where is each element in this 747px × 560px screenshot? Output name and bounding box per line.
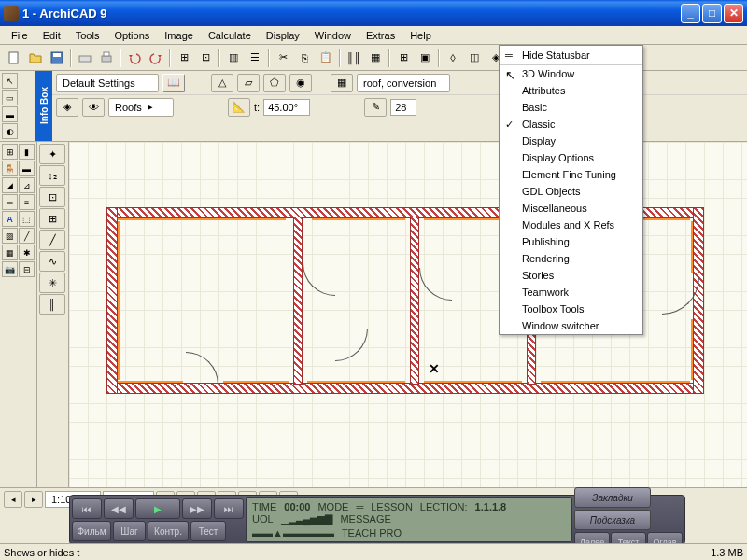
player-bookmarks-button[interactable]: Закладки (574, 487, 651, 508)
layers-icon[interactable]: ▥ (223, 48, 244, 68)
geom3-icon[interactable]: ⬠ (263, 74, 286, 92)
ctx-hide-statusbar[interactable]: Hide Statusbar (500, 46, 642, 65)
ctx-modules-xrefs[interactable]: Modules and X Refs (500, 217, 642, 233)
undo-icon[interactable] (124, 48, 145, 68)
player-play-button[interactable]: ▶ (135, 498, 180, 519)
canvas[interactable]: ✕ (69, 142, 747, 487)
marquee-tool-icon[interactable]: ▭ (2, 90, 18, 105)
ctx-rendering[interactable]: Rendering (500, 250, 642, 267)
settings-icon[interactable]: 📖 (162, 74, 185, 92)
ctx-publishing[interactable]: Publishing (500, 233, 642, 250)
menu-image[interactable]: Image (157, 28, 201, 43)
text-tool-icon[interactable]: A (2, 211, 18, 227)
nav2-icon[interactable]: ▸ (24, 491, 43, 508)
menu-edit[interactable]: Edit (35, 28, 68, 43)
fill-icon[interactable]: ▦ (365, 48, 386, 68)
open-icon[interactable] (25, 48, 46, 68)
ctx-basic[interactable]: Basic (500, 99, 642, 116)
layer-icon[interactable]: ◈ (56, 98, 78, 117)
menu-file[interactable]: File (4, 28, 35, 43)
element-select[interactable]: roof, conversion (357, 74, 450, 92)
t-field[interactable]: 45.00° (263, 99, 310, 116)
ctx-element-fine-tuning[interactable]: Element Fine Tuning (500, 166, 642, 183)
ctx-toolbox-tools[interactable]: Toolbox Tools (500, 301, 642, 317)
grid-icon[interactable]: ⊞ (393, 48, 414, 68)
geom4-icon[interactable]: ◉ (289, 74, 312, 92)
stories-icon[interactable]: ☰ (245, 48, 265, 68)
ctx-display[interactable]: Display (500, 133, 642, 149)
arrow-tool-icon[interactable]: ↖ (2, 73, 18, 89)
tool-b-icon[interactable]: ⊡ (195, 48, 216, 68)
coord6-icon[interactable]: ∿ (39, 251, 65, 272)
player-film-tab[interactable]: Фильм (72, 521, 111, 541)
menu-display[interactable]: Display (259, 28, 307, 43)
door-tool-icon[interactable]: ◐ (2, 123, 18, 139)
coord7-icon[interactable]: ✳ (39, 273, 65, 293)
new-icon[interactable] (4, 48, 24, 68)
roof-tool-icon[interactable]: ◢ (2, 177, 18, 193)
minimize-button[interactable]: _ (681, 4, 700, 23)
ctx-classic[interactable]: Classic (500, 116, 642, 133)
stair-tool-icon[interactable]: ≡ (19, 194, 35, 210)
default-settings-button[interactable]: Default Settings (56, 74, 159, 92)
mesh-tool-icon[interactable]: ⊿ (19, 177, 35, 193)
wall-tool-icon[interactable]: ▬ (2, 106, 18, 122)
section-tool-icon[interactable]: ⊟ (19, 261, 35, 277)
tool-a-icon[interactable]: ⊞ (174, 48, 194, 68)
pen-icon[interactable]: ✎ (364, 98, 387, 117)
print-icon[interactable] (96, 48, 117, 68)
coord1-icon[interactable]: ✦ (39, 144, 65, 164)
geom2-icon[interactable]: ▱ (237, 74, 260, 92)
zone-tool-icon[interactable]: ▦ (2, 245, 18, 260)
pen-field[interactable]: 28 (390, 99, 416, 116)
coord3-icon[interactable]: ⊡ (39, 187, 65, 207)
layer-select[interactable]: Roofs ▸ (108, 98, 174, 117)
eye-icon[interactable]: 👁 (82, 98, 105, 117)
player-step-tab[interactable]: Шаг (113, 521, 146, 541)
menu-window[interactable]: Window (307, 28, 359, 43)
player-next-button[interactable]: ⏭ (214, 498, 244, 519)
player-hint-button[interactable]: Подсказка (574, 510, 651, 530)
window-tool-icon[interactable]: ⊞ (2, 144, 18, 160)
coord5-icon[interactable]: ╱ (39, 230, 65, 250)
coord2-icon[interactable]: ↕₂ (39, 165, 65, 186)
nav1-icon[interactable]: ◂ (4, 491, 22, 508)
object-tool-icon[interactable]: 🪑 (2, 161, 18, 176)
roof-icon[interactable]: ▦ (331, 74, 353, 92)
menu-help[interactable]: Help (402, 28, 439, 43)
menu-extras[interactable]: Extras (359, 28, 402, 43)
infobox-tab[interactable]: Info Box (35, 71, 52, 141)
hotspot-tool-icon[interactable]: ✱ (19, 245, 35, 260)
view3d-icon[interactable]: ◊ (443, 48, 463, 68)
copy-icon[interactable]: ⎘ (294, 48, 315, 68)
close-button[interactable]: ✕ (724, 4, 743, 23)
measure-icon[interactable]: ║║ (344, 48, 364, 68)
player-kontr-tab[interactable]: Контр. (148, 521, 189, 541)
ctx-attributes[interactable]: Attributes (500, 82, 642, 99)
coord4-icon[interactable]: ⊞ (39, 208, 65, 229)
maximize-button[interactable]: □ (702, 4, 722, 23)
player-test-tab[interactable]: Тест (190, 521, 226, 541)
angle-icon[interactable]: 📐 (228, 98, 250, 117)
ctx-display-options[interactable]: Display Options (500, 149, 642, 166)
save-icon[interactable] (47, 48, 67, 68)
ctx-teamwork[interactable]: Teamwork (500, 284, 642, 301)
plot-icon[interactable] (75, 48, 95, 68)
ctx-gdl-objects[interactable]: GDL Objects (500, 183, 642, 200)
menu-calculate[interactable]: Calculate (201, 28, 259, 43)
geom1-icon[interactable]: △ (211, 74, 233, 92)
column-tool-icon[interactable]: ▮ (19, 144, 35, 160)
menu-options[interactable]: Options (106, 28, 157, 43)
line-tool-icon[interactable]: ╱ (19, 228, 35, 244)
slab-tool-icon[interactable]: ▬ (19, 161, 35, 176)
ctx-stories[interactable]: Stories (500, 267, 642, 284)
fill-tool-icon[interactable]: ▨ (2, 228, 18, 244)
camera-tool-icon[interactable]: 📷 (2, 261, 18, 277)
player-prev-button[interactable]: ⏮ (72, 498, 102, 519)
player-fwd-button[interactable]: ▶▶ (182, 498, 212, 519)
coord8-icon[interactable]: ║ (39, 294, 65, 315)
redo-icon[interactable] (146, 48, 166, 68)
paste-icon[interactable]: 📋 (316, 48, 336, 68)
snap-icon[interactable]: ▣ (415, 48, 435, 68)
label-tool-icon[interactable]: ⬚ (19, 211, 35, 227)
